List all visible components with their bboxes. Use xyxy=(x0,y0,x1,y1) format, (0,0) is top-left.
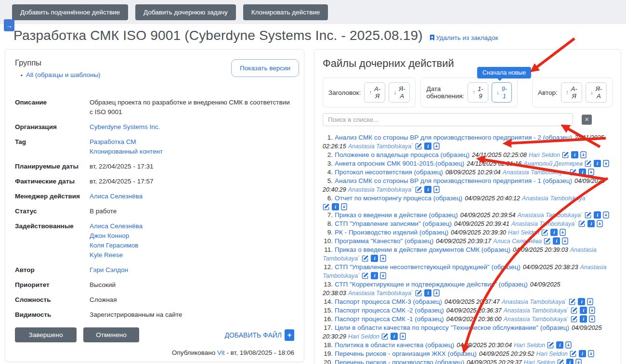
file-title-link[interactable]: Приказ о введении в действие (образец) xyxy=(335,211,458,219)
add-file-link[interactable]: ДОБАВИТЬ ФАЙЛ + xyxy=(225,329,295,341)
file-author-link[interactable]: Алиса Селезнёва xyxy=(493,238,542,245)
file-title-link[interactable]: Цели в области качества по процессу "Тех… xyxy=(335,324,569,331)
edit-icon[interactable] xyxy=(415,143,422,150)
info-icon[interactable]: i xyxy=(556,341,563,349)
file-author-link[interactable]: Анатолий Дегтярев xyxy=(523,160,583,167)
toolbar-action-button[interactable]: Добавить дочернюю задачу xyxy=(135,4,236,20)
info-icon[interactable]: i xyxy=(578,298,585,305)
search-input[interactable] xyxy=(323,113,573,126)
show-versions-button[interactable]: Показать версии xyxy=(231,59,299,77)
edit-icon[interactable] xyxy=(585,211,592,219)
file-title-link[interactable]: Перечень рисков - организация ЖКХ (образ… xyxy=(335,350,477,357)
info-icon[interactable]: i xyxy=(579,350,586,357)
remove-bookmark-link[interactable]: Удалить из закладок xyxy=(430,34,498,41)
info-icon[interactable]: i xyxy=(391,333,398,340)
download-icon[interactable] xyxy=(603,160,609,167)
download-icon[interactable] xyxy=(433,143,440,150)
info-icon[interactable]: i xyxy=(424,143,431,150)
info-icon[interactable]: i xyxy=(594,211,601,219)
sort-author-asc-button[interactable]: ↑А-Я xyxy=(561,82,582,103)
edit-icon[interactable] xyxy=(323,203,330,210)
detail-value-link[interactable]: Разработка СМ xyxy=(90,137,163,147)
info-icon[interactable]: i xyxy=(594,160,601,167)
info-icon[interactable]: i xyxy=(579,169,586,176)
sort-date-desc-button[interactable]: ↓9-1 xyxy=(492,82,512,103)
cancel-button[interactable]: Отменено xyxy=(83,327,139,342)
detail-value-link[interactable]: Джон Коннор xyxy=(90,231,143,241)
detail-value-link[interactable]: Kyle Reese xyxy=(90,250,143,260)
edit-icon[interactable] xyxy=(570,350,577,357)
sort-title-asc-button[interactable]: ↑А-Я xyxy=(364,82,385,103)
file-title-link[interactable]: Политика в области качества (образец) xyxy=(335,341,454,349)
download-icon[interactable] xyxy=(380,272,386,279)
download-icon[interactable] xyxy=(341,203,347,210)
file-title-link[interactable]: Паспорт процесса СМК -1 (образец) xyxy=(335,315,444,323)
edit-icon[interactable] xyxy=(557,359,564,364)
group-link[interactable]: All (образцы и шаблоны) xyxy=(26,71,101,78)
info-icon[interactable]: i xyxy=(553,237,560,245)
info-icon[interactable]: i xyxy=(424,186,431,193)
download-icon[interactable] xyxy=(433,186,440,193)
download-icon[interactable] xyxy=(400,333,406,340)
file-title-link[interactable]: Приказ о введении в действие документов … xyxy=(335,246,510,253)
file-title-link[interactable]: РК - Производство изделий (образец) xyxy=(335,229,448,236)
download-icon[interactable] xyxy=(603,211,609,219)
download-icon[interactable] xyxy=(580,151,587,158)
info-icon[interactable]: i xyxy=(566,359,574,364)
edit-icon[interactable] xyxy=(571,307,578,314)
detail-value-link[interactable]: Клонированный контент xyxy=(90,147,163,156)
download-icon[interactable] xyxy=(597,220,603,227)
info-icon[interactable]: i xyxy=(571,151,578,158)
clear-search-button[interactable]: ✕ xyxy=(582,115,592,125)
file-title-link[interactable]: Анкета опросник СМК 9001-2015.(образец) xyxy=(335,160,464,167)
published-author-link[interactable]: Vit xyxy=(217,349,225,356)
file-author-link[interactable]: Anastasia Tambolskaya` xyxy=(503,307,569,314)
sort-title-desc-button[interactable]: ↓Я-А xyxy=(389,82,410,103)
file-title-link[interactable]: Положение о владельце процесса (образец) xyxy=(335,151,470,158)
edit-icon[interactable] xyxy=(569,298,576,305)
file-author-link[interactable]: Anastasia Tambolskaya` xyxy=(348,290,414,297)
file-title-link[interactable]: Анализ СМК со стороны ВР для производств… xyxy=(335,134,572,141)
info-icon[interactable]: i xyxy=(371,272,378,279)
file-title-link[interactable]: Программа "Качество" (образец) xyxy=(335,237,433,245)
file-title-link[interactable]: Протокол несоответствия (образец) xyxy=(335,169,443,176)
file-author-link[interactable]: Hari Seldon xyxy=(508,229,539,236)
file-title-link[interactable]: СТП "Корректирующие и подтверждающие дей… xyxy=(335,281,528,288)
download-icon[interactable] xyxy=(562,237,568,245)
file-title-link[interactable]: СТП "Управление несоответствующей продук… xyxy=(335,263,521,271)
toolbar-action-button[interactable]: Добавить подчинённое действие xyxy=(12,4,128,20)
download-icon[interactable] xyxy=(587,298,593,305)
edit-icon[interactable] xyxy=(541,229,548,236)
edit-icon[interactable] xyxy=(547,341,554,349)
file-title-link[interactable]: Анализ СМК со стороны ВР для производств… xyxy=(335,177,572,184)
edit-icon[interactable] xyxy=(415,186,422,193)
edit-icon[interactable] xyxy=(381,333,389,340)
sort-date-asc-button[interactable]: ↑1-9 xyxy=(468,82,488,103)
file-author-link[interactable]: Anastasia Tambolskaya` xyxy=(522,195,587,202)
file-author-link[interactable]: Hari Seldon xyxy=(529,152,560,158)
file-title-link[interactable]: Паспорт процесса СМК -2 (образец) xyxy=(335,307,444,314)
detail-value-link[interactable]: Cyberdyne Systems Inc. xyxy=(90,122,160,132)
download-icon[interactable] xyxy=(588,350,594,357)
info-icon[interactable]: i xyxy=(580,315,587,323)
edit-icon[interactable] xyxy=(570,169,577,176)
file-author-link[interactable]: Anastasia Tambolskaya` xyxy=(502,299,567,305)
download-icon[interactable] xyxy=(560,229,566,236)
info-icon[interactable]: i xyxy=(580,307,587,314)
edit-icon[interactable] xyxy=(415,289,422,297)
edit-icon[interactable] xyxy=(562,151,569,158)
detail-value-link[interactable]: Коля Герасимов xyxy=(90,241,143,250)
file-author-link[interactable]: Anastasia Tambolskaya` xyxy=(503,169,568,176)
download-icon[interactable] xyxy=(433,289,440,297)
info-icon[interactable]: i xyxy=(550,229,558,236)
file-author-link[interactable]: Anastasia Tambolskaya` xyxy=(517,212,583,219)
file-author-link[interactable]: Hari Seldon xyxy=(348,333,379,340)
download-icon[interactable] xyxy=(380,255,386,262)
edit-icon[interactable] xyxy=(362,272,369,279)
download-icon[interactable] xyxy=(565,341,572,349)
edit-icon[interactable] xyxy=(544,237,551,245)
file-author-link[interactable]: Anastasia Tambolskaya` xyxy=(348,186,414,193)
file-author-link[interactable]: Anastasia Tambolskaya` xyxy=(348,143,414,150)
back-arrow-button[interactable]: → xyxy=(4,19,14,31)
download-icon[interactable] xyxy=(589,315,595,323)
